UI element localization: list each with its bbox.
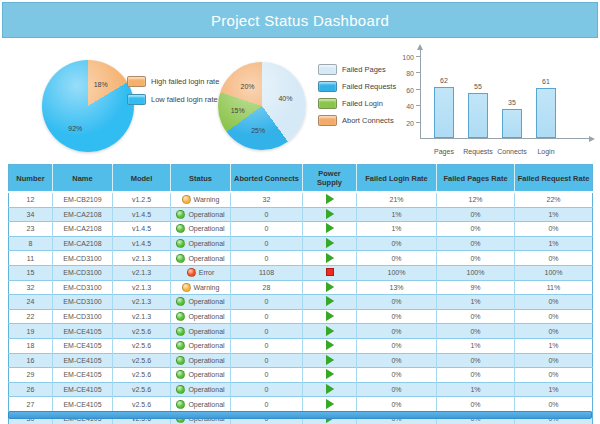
- table-row: 23 EM-CA2108 v1.4.5 Operational 0 1% 0% …: [9, 222, 593, 237]
- cell-aborted-connects: 1108: [231, 265, 303, 280]
- cell-failed-request-rate: 1%: [515, 338, 593, 353]
- y-tick-label: 20: [394, 120, 414, 127]
- y-tick-mark: [416, 72, 420, 73]
- status-label: Operational: [188, 225, 224, 232]
- table-row: 29 EM-CE4105 v2.5.6 Operational 0 0% 0% …: [9, 368, 593, 383]
- cell-status: Operational: [171, 324, 231, 339]
- x-axis-arrow-icon: [589, 136, 595, 142]
- cell-model: v2.1.3: [113, 295, 171, 310]
- table-scrollbar[interactable]: [8, 411, 592, 419]
- cell-failed-request-rate: 0%: [515, 368, 593, 383]
- cell-name: EM-CE4105: [53, 353, 113, 368]
- y-tick-mark: [416, 105, 420, 106]
- cell-failed-request-rate: 1%: [515, 382, 593, 397]
- status-operational-icon: [176, 370, 185, 379]
- cell-failed-pages-rate: 0%: [437, 309, 515, 324]
- column-header: Failed Request Rate: [515, 165, 593, 193]
- cell-name: EM-CE4105: [53, 338, 113, 353]
- table-row: 26 EM-CE4105 v2.5.6 Operational 0 0% 1% …: [9, 382, 593, 397]
- bar-category-label: Pages: [426, 148, 462, 155]
- cell-status: Warning: [171, 280, 231, 295]
- status-label: Error: [199, 269, 215, 276]
- status-label: Operational: [188, 401, 224, 408]
- cell-number: 16: [9, 353, 53, 368]
- cell-aborted-connects: 0: [231, 368, 303, 383]
- cell-aborted-connects: 0: [231, 295, 303, 310]
- cell-power-supply: [303, 353, 357, 368]
- cell-status: Operational: [171, 251, 231, 266]
- cell-power-supply: [303, 397, 357, 412]
- cell-power-supply: [303, 338, 357, 353]
- status-label: Operational: [188, 313, 224, 320]
- y-tick-label: 40: [394, 103, 414, 110]
- cell-failed-request-rate: 1%: [515, 207, 593, 222]
- cell-model: v2.1.3: [113, 265, 171, 280]
- cell-failed-login-rate: 0%: [357, 338, 437, 353]
- status-operational-icon: [176, 400, 185, 409]
- cell-failed-pages-rate: 9%: [437, 280, 515, 295]
- cell-aborted-connects: 0: [231, 251, 303, 266]
- legend-swatch-icon: [318, 81, 337, 92]
- bar: [536, 88, 556, 138]
- cell-failed-login-rate: 0%: [357, 309, 437, 324]
- power-on-icon: [326, 194, 334, 204]
- cell-number: 18: [9, 338, 53, 353]
- power-on-icon: [326, 399, 334, 409]
- cell-failed-login-rate: 0%: [357, 295, 437, 310]
- pie-slice-label: 25%: [251, 127, 265, 134]
- y-tick-label: 80: [394, 70, 414, 77]
- y-tick-mark: [416, 89, 420, 90]
- table-row: 24 EM-CD3100 v2.1.3 Operational 0 0% 1% …: [9, 295, 593, 310]
- y-tick-mark: [416, 122, 420, 123]
- cell-model: v2.5.6: [113, 397, 171, 412]
- cell-name: EM-CE4105: [53, 382, 113, 397]
- cell-aborted-connects: 0: [231, 222, 303, 237]
- bar-value-label: 61: [528, 78, 564, 85]
- cell-failed-pages-rate: 0%: [437, 353, 515, 368]
- legend-item: Abort Connects: [318, 115, 396, 126]
- pie-slice-label: 40%: [278, 95, 292, 102]
- power-on-icon: [326, 209, 334, 219]
- login-rate-pie-chart: 18%92%: [42, 60, 134, 152]
- status-label: Operational: [188, 211, 224, 218]
- status-label: Operational: [188, 342, 224, 349]
- table-row: 15 EM-CD3100 v2.1.3 Error 1108 100% 100%…: [9, 265, 593, 280]
- status-operational-icon: [176, 356, 185, 365]
- legend-item-label: Failed Requests: [342, 82, 396, 91]
- legend-item-label: Failed Pages: [342, 65, 386, 74]
- power-on-icon: [326, 223, 334, 233]
- failure-breakdown-pie-chart: 40%25%15%20%: [218, 62, 306, 150]
- status-operational-icon: [176, 385, 185, 394]
- cell-failed-pages-rate: 0%: [437, 251, 515, 266]
- cell-failed-pages-rate: 12%: [437, 192, 515, 207]
- status-table: Number Name Model Status Aborted Connect…: [8, 164, 593, 424]
- legend-swatch-icon: [318, 115, 337, 126]
- cell-model: v2.5.6: [113, 324, 171, 339]
- pie-slice-label: 18%: [94, 80, 108, 87]
- cell-failed-login-rate: 1%: [357, 207, 437, 222]
- cell-failed-pages-rate: 1%: [437, 338, 515, 353]
- cell-power-supply: [303, 368, 357, 383]
- cell-power-supply: [303, 280, 357, 295]
- cell-failed-login-rate: 0%: [357, 251, 437, 266]
- cell-failed-request-rate: 0%: [515, 222, 593, 237]
- title-bar: Project Status Dashboard: [2, 2, 598, 38]
- cell-number: 12: [9, 192, 53, 207]
- table-row: 27 EM-CE4105 v2.5.6 Operational 0 0% 0% …: [9, 397, 593, 412]
- column-header: Status: [171, 165, 231, 193]
- legend-swatch-icon: [318, 64, 337, 75]
- status-operational-icon: [176, 254, 185, 263]
- status-label: Operational: [188, 298, 224, 305]
- cell-aborted-connects: 28: [231, 280, 303, 295]
- cell-power-supply: [303, 295, 357, 310]
- cell-name: EM-CE4105: [53, 397, 113, 412]
- cell-failed-pages-rate: 0%: [437, 236, 515, 251]
- power-on-icon: [326, 253, 334, 263]
- status-label: Operational: [188, 371, 224, 378]
- cell-model: v2.5.6: [113, 368, 171, 383]
- power-on-icon: [326, 326, 334, 336]
- cell-failed-request-rate: 1%: [515, 236, 593, 251]
- cell-failed-request-rate: 11%: [515, 280, 593, 295]
- status-operational-icon: [176, 210, 185, 219]
- bar: [434, 87, 454, 138]
